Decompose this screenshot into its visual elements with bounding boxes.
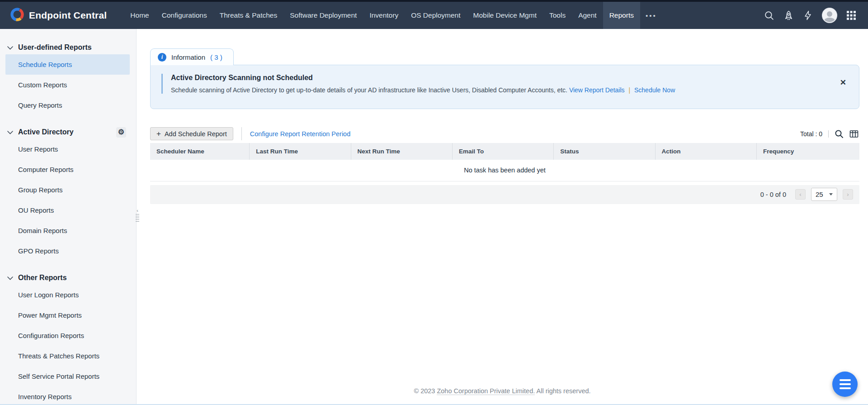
section-other-reports: Other Reports User Logon Reports Power M… xyxy=(0,271,136,405)
rights-label: All rights reserved. xyxy=(536,387,590,395)
sidebar-header-other-reports[interactable]: Other Reports xyxy=(0,271,136,285)
alert-body: Active Directory Scanning not Scheduled … xyxy=(161,74,827,94)
toolbar-separator xyxy=(828,130,829,138)
sidebar-header-active-directory[interactable]: Active Directory ⚙ xyxy=(0,125,136,139)
close-icon[interactable]: ✕ xyxy=(840,78,846,87)
zoho-company-link[interactable]: Zoho Corporation Private Limited. xyxy=(437,387,535,395)
user-avatar[interactable] xyxy=(822,8,837,23)
avatar-head xyxy=(827,11,832,17)
nav-item-home[interactable]: Home xyxy=(124,2,155,29)
configure-report-retention-link[interactable]: Configure Report Retention Period xyxy=(250,130,350,138)
toolbar-right: Total : 0 xyxy=(800,129,859,138)
sidebar-item-schedule-reports[interactable]: Schedule Reports xyxy=(5,54,130,75)
sidebar-item-configuration-reports[interactable]: Configuration Reports xyxy=(0,325,136,346)
link-separator: | xyxy=(628,86,630,94)
nav-item-software-deployment[interactable]: Software Deployment xyxy=(283,2,363,29)
sidebar-item-self-service-portal-reports[interactable]: Self Service Portal Reports xyxy=(0,366,136,386)
column-header-status[interactable]: Status xyxy=(554,143,655,160)
empty-state-message: No task has been added yet xyxy=(150,160,859,181)
nav-more-button[interactable]: ••• xyxy=(640,2,662,29)
apps-grid-icon[interactable] xyxy=(846,10,856,20)
sidebar-resize-handle[interactable]: ‹ xyxy=(134,208,141,222)
chevron-down-icon xyxy=(7,274,13,282)
rocket-icon[interactable] xyxy=(783,10,794,21)
section-active-directory: Active Directory ⚙ User Reports Computer… xyxy=(0,125,136,261)
alert-description-text: Schedule scanning of Active Directory to… xyxy=(171,86,567,94)
total-count-label: Total : 0 xyxy=(800,130,822,138)
tab-information-label: Information xyxy=(171,53,205,61)
avatar-shoulders xyxy=(824,18,835,23)
column-header-action[interactable]: Action xyxy=(655,143,756,160)
table-toolbar: + Add Schedule Report Configure Report R… xyxy=(150,127,859,140)
information-alert: Active Directory Scanning not Scheduled … xyxy=(150,65,859,109)
section-header-label: Active Directory xyxy=(18,128,74,136)
section-header-label: Other Reports xyxy=(18,274,67,282)
sidebar-item-power-mgmt-reports[interactable]: Power Mgmt Reports xyxy=(0,305,136,325)
reports-sidebar: User-defined Reports Schedule Reports Cu… xyxy=(0,29,137,405)
sidebar-item-domain-reports[interactable]: Domain Reports xyxy=(0,220,136,241)
column-header-scheduler-name[interactable]: Scheduler Name xyxy=(150,143,250,160)
content-area: User-defined Reports Schedule Reports Cu… xyxy=(0,29,868,405)
section-header-label: User-defined Reports xyxy=(18,43,92,52)
column-header-frequency[interactable]: Frequency xyxy=(756,143,859,160)
add-schedule-report-label: Add Schedule Report xyxy=(165,130,227,138)
main-menu: Home Configurations Threats & Patches So… xyxy=(124,2,662,29)
pagination-range-label: 0 - 0 of 0 xyxy=(760,191,786,198)
nav-item-mobile-device-mgmt[interactable]: Mobile Device Mgmt xyxy=(467,2,543,29)
section-user-defined-reports: User-defined Reports Schedule Reports Cu… xyxy=(0,41,136,115)
schedule-now-link[interactable]: Schedule Now xyxy=(634,86,675,94)
plus-icon: + xyxy=(156,130,161,138)
sidebar-item-computer-reports[interactable]: Computer Reports xyxy=(0,159,136,180)
pagination-bar: 0 - 0 of 0 ‹ 25 › xyxy=(150,185,859,204)
table-search-icon[interactable] xyxy=(835,129,844,138)
sidebar-header-user-defined-reports[interactable]: User-defined Reports xyxy=(0,41,136,54)
tab-information-count: ( 3 ) xyxy=(210,53,222,61)
sidebar-item-threats-patches-reports[interactable]: Threats & Patches Reports xyxy=(0,346,136,366)
zap-icon[interactable] xyxy=(803,10,813,20)
previous-page-button[interactable]: ‹ xyxy=(795,189,806,200)
chevron-down-icon xyxy=(7,43,13,52)
sidebar-item-user-logon-reports[interactable]: User Logon Reports xyxy=(0,285,136,305)
search-icon[interactable] xyxy=(764,10,774,21)
sidebar-item-custom-reports[interactable]: Custom Reports xyxy=(0,75,136,95)
column-header-last-run-time[interactable]: Last Run Time xyxy=(250,143,351,160)
sidebar-item-group-reports[interactable]: Group Reports xyxy=(0,180,136,200)
sidebar-item-inventory-reports[interactable]: Inventory Reports xyxy=(0,386,136,405)
caret-down-icon xyxy=(829,193,833,195)
column-chooser-icon[interactable] xyxy=(849,129,859,138)
nav-item-agent[interactable]: Agent xyxy=(572,2,603,29)
sidebar-item-user-reports[interactable]: User Reports xyxy=(0,139,136,159)
copyright-label: © 2023 xyxy=(414,387,435,395)
alert-description: Schedule scanning of Active Directory to… xyxy=(171,86,827,94)
gear-icon[interactable]: ⚙ xyxy=(116,127,126,138)
brand[interactable]: Endpoint Central xyxy=(10,7,107,24)
page-size-select[interactable]: 25 xyxy=(811,188,837,201)
main-panel: i Information ( 3 ) Active Directory Sca… xyxy=(137,29,868,405)
nav-right-icons xyxy=(764,8,868,23)
tab-information[interactable]: i Information ( 3 ) xyxy=(150,48,234,65)
nav-item-tools[interactable]: Tools xyxy=(543,2,572,29)
view-report-details-link[interactable]: View Report Details xyxy=(569,86,625,94)
top-nav: Endpoint Central Home Configurations Thr… xyxy=(0,2,868,29)
nav-item-reports[interactable]: Reports xyxy=(603,2,640,29)
toolbar-divider xyxy=(241,127,242,140)
endpoint-central-logo-icon xyxy=(10,7,24,24)
collapse-chevron-icon: ‹ xyxy=(137,208,138,213)
next-page-button[interactable]: › xyxy=(843,189,853,200)
nav-item-threats-patches[interactable]: Threats & Patches xyxy=(213,2,284,29)
sidebar-item-query-reports[interactable]: Query Reports xyxy=(0,95,136,115)
quick-actions-fab[interactable] xyxy=(832,372,858,397)
schedule-reports-table: Scheduler Name Last Run Time Next Run Ti… xyxy=(150,143,859,181)
sidebar-item-gpo-reports[interactable]: GPO Reports xyxy=(0,241,136,261)
alert-title: Active Directory Scanning not Scheduled xyxy=(171,74,827,82)
column-header-email-to[interactable]: Email To xyxy=(452,143,553,160)
nav-item-inventory[interactable]: Inventory xyxy=(363,2,405,29)
page-size-value: 25 xyxy=(816,191,823,198)
chevron-down-icon xyxy=(7,128,13,136)
sidebar-item-ou-reports[interactable]: OU Reports xyxy=(0,200,136,220)
nav-item-os-deployment[interactable]: OS Deployment xyxy=(405,2,467,29)
nav-item-configurations[interactable]: Configurations xyxy=(156,2,213,29)
brand-title: Endpoint Central xyxy=(29,10,107,21)
add-schedule-report-button[interactable]: + Add Schedule Report xyxy=(150,127,233,140)
column-header-next-run-time[interactable]: Next Run Time xyxy=(351,143,452,160)
